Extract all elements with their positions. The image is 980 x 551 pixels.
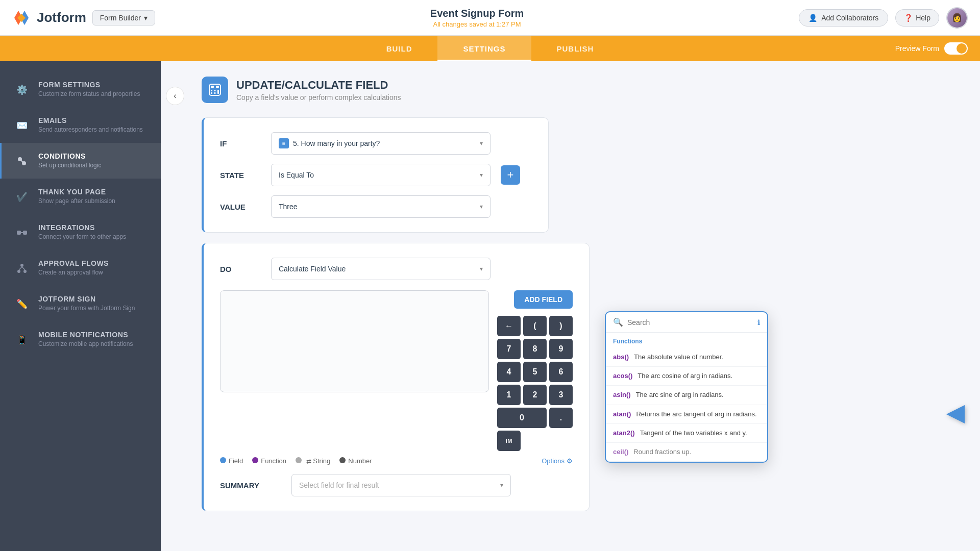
help-button[interactable]: ❓ Help (895, 9, 939, 27)
field-legend-label: Field (229, 457, 243, 465)
chevron-down-icon: ▾ (480, 203, 483, 210)
sidebar: ⚙️ FORM SETTINGS Customize form status a… (0, 61, 161, 551)
tab-build[interactable]: BUILD (361, 36, 438, 61)
backspace-btn[interactable]: ← (497, 316, 521, 336)
fn-acos-desc: The arc cosine of arg in radians. (638, 371, 732, 381)
function-search-input[interactable] (627, 318, 753, 327)
fn-item-abs[interactable]: abs() The absolute value of number. (606, 348, 767, 367)
fn-item-ceil[interactable]: ceil() Round fractions up. (606, 443, 767, 462)
mobile-icon: 📱 (14, 332, 30, 348)
header-right: 👤 Add Collaborators ❓ Help 👩 (799, 7, 968, 29)
if-label: IF (220, 139, 261, 148)
help-icon: ❓ (904, 14, 913, 22)
fn-item-asin[interactable]: asin() The arc sine of arg in radians. (606, 386, 767, 405)
number-legend-dot (339, 457, 346, 463)
do-select[interactable]: Calculate Field Value ▾ (271, 258, 491, 280)
add-collaborators-button[interactable]: 👤 Add Collaborators (799, 9, 888, 27)
nav-bar: BUILD SETTINGS PUBLISH Preview Form (0, 36, 980, 61)
sidebar-item-approval-flows[interactable]: APPROVAL FLOWS Create an approval flow (0, 250, 161, 286)
key-1[interactable]: 1 (497, 385, 521, 405)
state-select[interactable]: Is Equal To ▾ (271, 164, 491, 186)
open-paren-btn[interactable]: ( (523, 316, 547, 336)
fn-item-atan2[interactable]: atan2() Tangent of the two variables x a… (606, 424, 767, 443)
preview-form-toggle[interactable] (944, 42, 968, 55)
tab-settings[interactable]: SETTINGS (437, 36, 531, 61)
sidebar-approval-desc: Create an approval flow (38, 269, 109, 276)
svg-line-13 (19, 267, 22, 270)
back-button[interactable]: ‹ (166, 87, 184, 105)
key-9[interactable]: 9 (549, 339, 573, 359)
avatar[interactable]: 👩 (946, 7, 968, 29)
keypad: ← ( ) 7 8 9 4 5 6 1 2 3 0 . fM (497, 316, 573, 451)
approval-icon (14, 260, 30, 277)
string-legend-dot (296, 457, 302, 463)
fn-item-atan[interactable]: atan() Returns the arc tangent of arg in… (606, 405, 767, 424)
value-value: Three (279, 203, 298, 211)
top-header: Jotform Form Builder ▾ Event Signup Form… (0, 0, 980, 36)
sign-icon: ✏️ (14, 296, 30, 312)
add-field-button[interactable]: ADD FIELD (514, 290, 573, 309)
sidebar-item-mobile-notifications[interactable]: 📱 MOBILE NOTIFICATIONS Customize mobile … (0, 321, 161, 357)
key-2[interactable]: 2 (523, 385, 547, 405)
string-legend-label: String (313, 457, 330, 465)
key-fm[interactable]: fM (497, 431, 521, 451)
sidebar-form-settings-desc: Customize form status and properties (38, 90, 140, 97)
sidebar-conditions-desc: Set up conditional logic (38, 162, 101, 169)
calculation-input[interactable] (220, 290, 489, 392)
header-center: Event Signup Form All changes saved at 1… (430, 8, 524, 28)
svg-point-11 (17, 270, 20, 273)
key-0[interactable]: 0 (497, 408, 547, 428)
key-dot[interactable]: . (549, 408, 573, 428)
key-7[interactable]: 7 (497, 339, 521, 359)
functions-dropdown: 🔍 ℹ Functions abs() The absolute value o… (605, 311, 768, 463)
form-builder-button[interactable]: Form Builder ▾ (92, 10, 155, 26)
sidebar-item-form-settings[interactable]: ⚙️ FORM SETTINGS Customize form status a… (0, 71, 161, 107)
gear-icon: ⚙ (567, 457, 573, 465)
summary-select[interactable]: Select field for final result ▾ (291, 474, 511, 496)
nav-tabs: BUILD SETTINGS PUBLISH (361, 36, 620, 61)
summary-row: SUMMARY Select field for final result ▾ (220, 474, 573, 496)
info-icon[interactable]: ℹ (757, 318, 760, 327)
if-select[interactable]: ≡ 5. How many in your party? ▾ (271, 132, 491, 155)
sidebar-item-integrations[interactable]: INTEGRATIONS Connect your form to other … (0, 214, 161, 250)
section-title: UPDATE/CALCULATE FIELD (236, 79, 401, 92)
key-4[interactable]: 4 (497, 362, 521, 382)
fn-ceil-name: ceil() (613, 448, 628, 456)
jotform-logo-icon (12, 9, 31, 27)
chevron-down-icon: ▾ (480, 140, 483, 147)
function-legend-label: Function (261, 457, 286, 465)
calculator-icon (202, 77, 228, 103)
options-link[interactable]: Options ⚙ (542, 457, 573, 465)
svg-rect-22 (217, 90, 219, 94)
sidebar-item-emails[interactable]: ✉️ EMAILS Send autoresponders and notifi… (0, 107, 161, 143)
key-3[interactable]: 3 (549, 385, 573, 405)
sidebar-integrations-title: INTEGRATIONS (38, 223, 126, 232)
svg-rect-17 (216, 86, 219, 88)
chevron-down-icon: ▾ (144, 14, 148, 22)
sidebar-sign-desc: Power your forms with Jotform Sign (38, 305, 135, 312)
fn-atan2-desc: Tangent of the two variables x and y. (640, 429, 747, 438)
key-8[interactable]: 8 (523, 339, 547, 359)
tab-publish[interactable]: PUBLISH (531, 36, 620, 61)
logo-area: Jotform Form Builder ▾ (12, 9, 155, 27)
svg-rect-8 (23, 231, 27, 235)
sidebar-item-jotform-sign[interactable]: ✏️ JOTFORM SIGN Power your forms with Jo… (0, 286, 161, 321)
add-condition-button[interactable]: + (501, 165, 520, 185)
sidebar-item-conditions[interactable]: CONDITIONS Set up conditional logic (0, 143, 161, 179)
function-search-row: 🔍 ℹ (606, 312, 767, 333)
sidebar-item-thank-you[interactable]: ✔️ THANK YOU PAGE Show page after submis… (0, 179, 161, 214)
key-6[interactable]: 6 (549, 362, 573, 382)
fn-atan-desc: Returns the arc tangent of arg in radian… (636, 410, 756, 419)
toggle-thumb (957, 43, 967, 54)
do-card: DO Calculate Field Value ▾ ADD FIELD ← (… (202, 243, 590, 511)
close-paren-btn[interactable]: ) (549, 316, 573, 336)
key-5[interactable]: 5 (523, 362, 547, 382)
section-header: UPDATE/CALCULATE FIELD Copy a field's va… (202, 77, 960, 103)
value-select[interactable]: Three ▾ (271, 195, 491, 218)
fn-ceil-desc: Round fractions up. (633, 447, 691, 457)
fn-atan-name: atan() (613, 410, 631, 418)
fn-atan2-name: atan2() (613, 429, 635, 437)
person-icon: 👤 (808, 14, 817, 22)
fn-item-acos[interactable]: acos() The arc cosine of arg in radians. (606, 367, 767, 386)
field-legend-dot (220, 457, 226, 463)
